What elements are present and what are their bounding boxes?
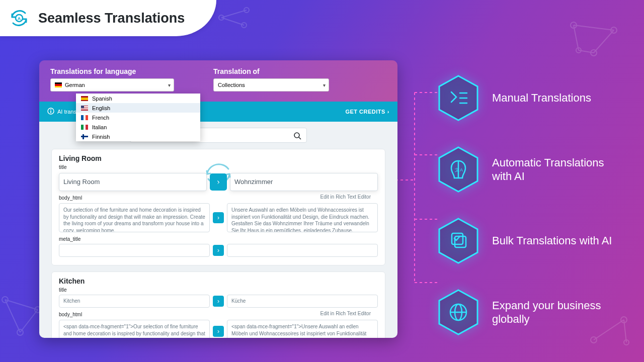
svg-point-29: [294, 133, 299, 138]
language-option[interactable]: English: [76, 103, 200, 113]
panel-body: Living Room title Living Room › Wohnzimm…: [39, 122, 397, 338]
edit-rich-text-link[interactable]: Edit in Rich Text Editor: [320, 194, 371, 200]
flag-fi-icon: [81, 134, 88, 139]
source-textarea[interactable]: Our selection of fine furniture and home…: [59, 203, 210, 232]
target-textarea[interactable]: <span data-mce-fragment="1">Unsere Auswa…: [227, 320, 378, 338]
svg-line-17: [20, 310, 38, 332]
target-input[interactable]: Küche: [227, 295, 378, 308]
app-title: Seamless Translations: [38, 11, 185, 26]
feature-label: Expand your business globally: [492, 299, 623, 326]
flag-it-icon: [81, 125, 88, 130]
flag-fr-icon: [81, 115, 88, 120]
svg-marker-31: [439, 76, 477, 120]
field-label: body_html: [59, 195, 82, 201]
translate-button[interactable]: ›: [213, 326, 224, 337]
translation-of-label: Translation of: [213, 67, 329, 75]
flag-de-icon: [55, 82, 62, 87]
source-input[interactable]: [59, 244, 210, 257]
feature-item: Expand your business globally: [438, 289, 623, 336]
header-ribbon: A Seamless Translations: [0, 0, 216, 36]
feature-item: 文A Automatic Translations with AI: [438, 146, 623, 193]
field-label: meta_title: [59, 236, 378, 242]
svg-text:A: A: [18, 16, 21, 21]
field-label: body_html: [59, 312, 82, 317]
translate-button[interactable]: ›: [213, 296, 224, 307]
edit-rich-text-link[interactable]: Edit in Rich Text Editor: [320, 311, 371, 316]
translate-button[interactable]: ›: [213, 245, 224, 256]
app-logo-icon: A: [9, 8, 29, 28]
cycle-arrows-icon: [202, 158, 234, 190]
field-label: title: [59, 287, 378, 293]
feature-label: Automatic Translations with AI: [492, 156, 623, 184]
language-option[interactable]: Spanish: [76, 94, 200, 103]
feature-hex-icon: [438, 74, 479, 122]
svg-line-10: [594, 30, 614, 53]
language-option[interactable]: French: [76, 113, 200, 122]
svg-line-3: [221, 10, 247, 18]
collection-card: Living Room title Living Room › Wohnzimm…: [51, 149, 385, 265]
svg-text:文: 文: [455, 167, 459, 172]
feature-hex-icon: 文A: [438, 146, 479, 193]
chevron-right-icon: ›: [387, 109, 389, 115]
svg-line-23: [624, 320, 626, 342]
source-input[interactable]: Kitchen: [59, 295, 210, 308]
flag-us-icon: [81, 106, 88, 111]
language-dropdown: Spanish English French Italian Finnish: [76, 94, 200, 141]
get-credits-button[interactable]: GET CREDITS ›: [345, 109, 389, 115]
source-input[interactable]: Living Room: [59, 173, 207, 191]
feature-hex-icon: [438, 289, 479, 336]
translate-button[interactable]: ›: [213, 212, 224, 223]
svg-rect-28: [50, 111, 51, 113]
svg-text:A: A: [460, 167, 463, 172]
card-heading: Kitchen: [59, 277, 378, 285]
collection-card: Kitchen title Kitchen › Küche body_html …: [51, 272, 385, 338]
svg-line-18: [5, 300, 20, 332]
svg-point-27: [50, 109, 51, 110]
svg-line-30: [299, 137, 301, 139]
svg-line-16: [5, 300, 38, 310]
source-textarea[interactable]: <span data-mce-fragment="1">Our selectio…: [59, 320, 210, 338]
target-input[interactable]: Wohnzimmer: [230, 173, 378, 191]
features-list: Manual Translations 文A Automatic Transla…: [438, 74, 623, 336]
language-selected-value: German: [65, 82, 85, 88]
feature-label: Bulk Translations with AI: [492, 234, 612, 248]
translation-of-selected-value: Collections: [218, 82, 245, 88]
flag-es-icon: [81, 96, 88, 101]
svg-line-9: [574, 25, 614, 30]
translation-of-selector[interactable]: Collections: [213, 78, 329, 92]
svg-marker-39: [439, 219, 477, 263]
target-input[interactable]: [227, 244, 378, 257]
language-selector[interactable]: German: [50, 78, 174, 92]
language-option[interactable]: Finnish: [76, 132, 200, 141]
svg-line-12: [574, 25, 579, 50]
language-selector-label: Translations for language: [50, 67, 174, 75]
info-icon: [47, 108, 54, 116]
feature-item: Manual Translations: [438, 74, 623, 122]
feature-item: Bulk Translations with AI: [438, 217, 623, 264]
target-textarea[interactable]: Unsere Auswahl an edlen Möbeln und Wohna…: [227, 203, 378, 232]
svg-line-4: [221, 18, 244, 25]
feature-hex-icon: [438, 217, 479, 264]
search-icon: [293, 132, 301, 140]
language-option[interactable]: Italian: [76, 122, 200, 132]
feature-label: Manual Translations: [492, 91, 591, 105]
